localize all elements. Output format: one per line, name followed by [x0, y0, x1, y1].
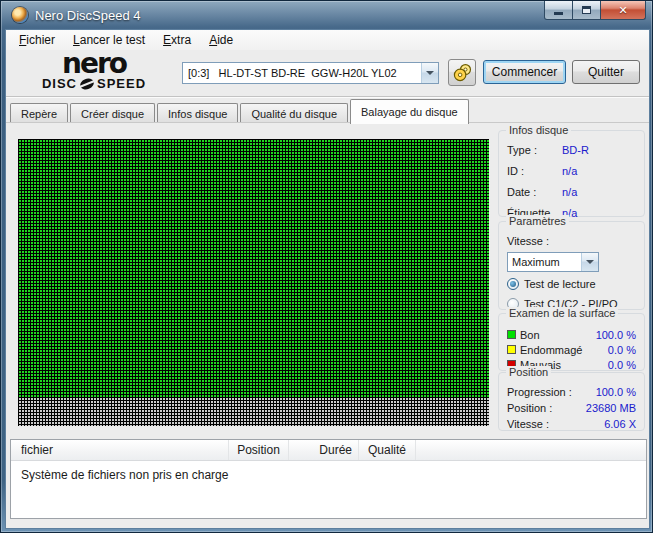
- nero-discspeed-logo: nero DISC SPEED: [30, 52, 158, 91]
- tab-strip: Repère Créer disque Infos disque Qualité…: [10, 98, 649, 123]
- menu-aide[interactable]: Aide: [200, 31, 242, 49]
- speed-select[interactable]: Maximum: [507, 252, 599, 272]
- position-group: Position Progression : 100.0 % Position …: [498, 372, 645, 431]
- surface-exam-group: Examen de la surface Bon 100.0 % Endomma…: [498, 313, 645, 371]
- file-table: fichier Position Durée Qualité Système d…: [10, 439, 647, 519]
- position-title: Position: [506, 366, 551, 378]
- eject-disc-button[interactable]: [448, 59, 476, 86]
- title-bar[interactable]: Nero DiscSpeed 4 ✕: [1, 1, 652, 29]
- disc-date-label: Date :: [507, 186, 562, 198]
- disc-info-row-type: Type : BD-R: [507, 144, 636, 165]
- logo-disc-text: DISC: [42, 76, 77, 91]
- tab-qualite-du-disque[interactable]: Qualité du disque: [240, 103, 348, 123]
- column-header-fichier[interactable]: fichier: [11, 440, 229, 460]
- disc-info-row-id: ID : n/a: [507, 165, 636, 186]
- tab-infos-disque[interactable]: Infos disque: [157, 103, 238, 123]
- speed-row-value: 6.06 X: [604, 418, 636, 434]
- menu-fichier[interactable]: Fichier: [10, 31, 64, 49]
- position-label: Position :: [507, 402, 586, 418]
- disc-type-label: Type :: [507, 144, 562, 156]
- start-test-button[interactable]: Commencer: [483, 60, 566, 84]
- disc-info-group: Infos disque Type : BD-R ID : n/a Date :…: [498, 130, 645, 217]
- minimize-icon: [554, 12, 563, 15]
- logo-nero-text: nero: [30, 52, 158, 76]
- good-label: Bon: [520, 329, 596, 341]
- disc-id-value: n/a: [562, 165, 577, 177]
- disc-type-value: BD-R: [562, 144, 589, 156]
- damaged-label: Endommagé: [520, 344, 608, 356]
- position-row-position: Position : 23680 MB: [507, 402, 636, 418]
- drive-select[interactable]: [0:3] HL-DT-ST BD-RE GGW-H20L YL02: [182, 62, 439, 84]
- file-table-header: fichier Position Durée Qualité: [11, 440, 646, 461]
- drive-select-value: [0:3] HL-DT-ST BD-RE GGW-H20L YL02: [183, 67, 421, 79]
- column-header-duree[interactable]: Durée: [289, 440, 359, 460]
- good-value: 100.0 %: [596, 329, 636, 341]
- position-row-vitesse: Vitesse : 6.06 X: [507, 418, 636, 434]
- menu-extra[interactable]: Extra: [154, 31, 200, 49]
- progression-value: 100.0 %: [596, 386, 636, 402]
- bad-value: 0.0 %: [608, 359, 636, 371]
- window-title: Nero DiscSpeed 4: [35, 8, 141, 23]
- surface-scan-remainder-region: [18, 397, 489, 426]
- maximize-button[interactable]: [573, 1, 601, 20]
- damaged-legend-swatch: [507, 345, 516, 354]
- radio-test-de-lecture-label: Test de lecture: [524, 278, 596, 290]
- logo-speed-text: SPEED: [97, 76, 146, 91]
- surface-scan-grid: [18, 139, 489, 426]
- quit-button[interactable]: Quitter: [572, 60, 640, 84]
- surface-exam-row-damaged: Endommagé 0.0 %: [507, 342, 636, 357]
- column-header-qualite[interactable]: Qualité: [359, 440, 416, 460]
- column-header-filler: [416, 440, 646, 460]
- progression-label: Progression :: [507, 386, 596, 402]
- disc-date-value: n/a: [562, 186, 577, 198]
- speed-row-label: Vitesse :: [507, 418, 604, 434]
- position-row-progression: Progression : 100.0 %: [507, 386, 636, 402]
- file-table-message: Système de fichiers non pris en charge: [11, 461, 646, 482]
- disc-info-title: Infos disque: [506, 124, 571, 136]
- app-window: Nero DiscSpeed 4 ✕ Fichier Lancer le tes…: [0, 0, 653, 533]
- app-disc-icon: [12, 7, 28, 23]
- tab-baseline: [6, 122, 649, 123]
- tab-creer-disque[interactable]: Créer disque: [70, 103, 155, 123]
- disc-eject-icon: [453, 63, 472, 82]
- damaged-value: 0.0 %: [608, 344, 636, 356]
- minimize-button[interactable]: [544, 1, 573, 20]
- chevron-down-icon: [586, 260, 594, 264]
- surface-exam-row-good: Bon 100.0 %: [507, 327, 636, 342]
- speed-select-arrow[interactable]: [581, 253, 598, 271]
- surface-exam-title: Examen de la surface: [506, 307, 618, 319]
- toolbar: nero DISC SPEED [0:3] HL-DT-ST BD-RE GGW…: [6, 50, 649, 96]
- maximize-icon: [582, 6, 591, 14]
- radio-selected-icon[interactable]: [507, 278, 519, 290]
- speed-select-value: Maximum: [508, 256, 581, 268]
- speed-label: Vitesse :: [507, 235, 636, 247]
- drive-select-arrow[interactable]: [421, 63, 438, 83]
- disc-id-label: ID :: [507, 165, 562, 177]
- logo-disc-icon: [79, 77, 95, 91]
- parameters-group: Paramètres Vitesse : Maximum Test de lec…: [498, 221, 645, 310]
- parameters-title: Paramètres: [506, 215, 569, 227]
- close-button[interactable]: ✕: [601, 1, 646, 20]
- position-value: 23680 MB: [586, 402, 636, 418]
- disc-info-row-date: Date : n/a: [507, 186, 636, 207]
- client-area: Fichier Lancer le test Extra Aide nero D…: [5, 29, 650, 529]
- radio-test-de-lecture[interactable]: Test de lecture: [507, 275, 636, 292]
- tab-balayage-du-disque[interactable]: Balayage du disque: [350, 99, 469, 124]
- column-header-position[interactable]: Position: [229, 440, 289, 460]
- close-icon: ✕: [618, 4, 627, 17]
- good-legend-swatch: [507, 330, 516, 339]
- surface-scan-good-region: [18, 139, 489, 397]
- chevron-down-icon: [426, 71, 434, 75]
- tab-repere[interactable]: Repère: [10, 103, 68, 123]
